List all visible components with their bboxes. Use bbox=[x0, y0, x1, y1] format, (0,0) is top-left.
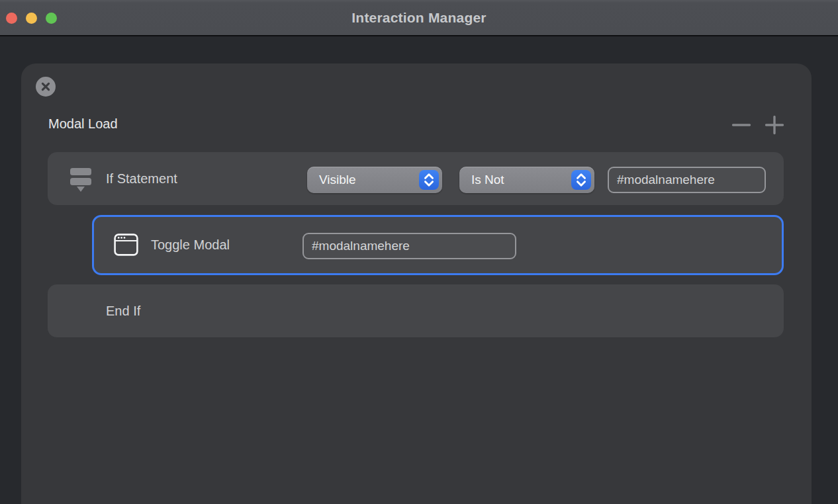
add-step-icon[interactable] bbox=[765, 115, 784, 135]
select-chevrons-icon bbox=[571, 170, 591, 190]
traffic-lights bbox=[6, 0, 57, 36]
step-controls bbox=[731, 115, 784, 135]
dismiss-button[interactable] bbox=[36, 77, 56, 97]
step-label: Toggle Modal bbox=[151, 217, 230, 273]
window-title: Interaction Manager bbox=[0, 10, 838, 26]
step-if-statement[interactable]: If Statement Visible Is Not bbox=[48, 152, 784, 205]
step-toggle-modal[interactable]: Toggle Modal bbox=[92, 215, 784, 275]
step-list: If Statement Visible Is Not bbox=[48, 152, 784, 337]
x-icon bbox=[36, 77, 56, 97]
minimize-window-icon[interactable] bbox=[26, 13, 37, 24]
if-operator-value: Is Not bbox=[471, 173, 504, 187]
if-property-select[interactable]: Visible bbox=[307, 167, 442, 193]
interaction-editor-panel: Modal Load If Statement Visible bbox=[21, 63, 812, 504]
if-property-value: Visible bbox=[319, 173, 356, 187]
if-modal-name-input[interactable] bbox=[608, 167, 766, 193]
if-statement-icon bbox=[70, 167, 92, 192]
select-chevrons-icon bbox=[419, 170, 439, 190]
if-operator-select[interactable]: Is Not bbox=[459, 167, 594, 193]
close-window-icon[interactable] bbox=[6, 13, 17, 24]
browser-window-icon bbox=[114, 233, 138, 256]
zoom-window-icon[interactable] bbox=[46, 13, 57, 24]
step-label: End If bbox=[106, 284, 140, 337]
toggle-modal-name-input[interactable] bbox=[303, 233, 516, 259]
remove-step-icon[interactable] bbox=[731, 115, 751, 135]
titlebar: Interaction Manager bbox=[0, 0, 838, 36]
interaction-title: Modal Load bbox=[48, 116, 118, 132]
step-label: If Statement bbox=[106, 152, 177, 205]
step-end-if[interactable]: End If bbox=[48, 284, 784, 337]
